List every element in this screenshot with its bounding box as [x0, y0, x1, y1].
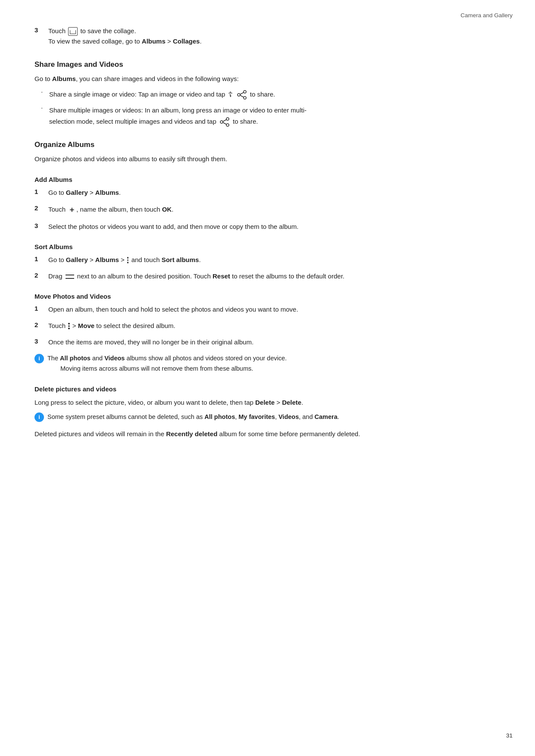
- add-step-num-1: 1: [34, 187, 48, 195]
- sort-albums-heading: Sort Albums: [34, 243, 500, 250]
- share-svg-1: [236, 90, 247, 100]
- add-step-num-3: 3: [34, 222, 48, 229]
- save-collage-icon: [68, 27, 78, 36]
- plus-icon: ＋: [68, 204, 75, 216]
- add-step-body-2: Touch ＋, name the album, then touch OK.: [48, 204, 500, 216]
- info-icon-2: i: [34, 412, 44, 422]
- move-step-num-3: 3: [34, 337, 48, 345]
- share-icon-1: ☦: [228, 91, 233, 98]
- bullet-text-1: Share a single image or video: Tap an im…: [49, 89, 500, 100]
- step3-text3: To view the saved collage, go to Albums …: [48, 37, 202, 45]
- sort-step-2: 2 Drag next to an album to the desired p…: [34, 271, 500, 281]
- page-header: Camera and Gallery: [460, 12, 513, 19]
- add-step-body-3: Select the photos or videos you want to …: [48, 222, 500, 232]
- move-step-body-2: Touch > Move to select the desired album…: [48, 321, 500, 331]
- delete-heading-text: Delete pictures and videos: [34, 385, 116, 393]
- sort-step-body-2: Drag next to an album to the desired pos…: [48, 271, 500, 281]
- delete-info-text: Some system preset albums cannot be dele…: [47, 412, 500, 422]
- svg-line-4: [240, 95, 244, 97]
- move-step-3: 3 Once the items are moved, they will no…: [34, 337, 500, 347]
- svg-point-7: [220, 121, 223, 123]
- add-albums-heading-text: Add Albums: [34, 176, 72, 183]
- move-step-1: 1 Open an album, then touch and hold to …: [34, 304, 500, 315]
- svg-point-5: [226, 118, 229, 120]
- svg-point-1: [244, 97, 246, 99]
- delete-info-box: i Some system preset albums cannot be de…: [34, 412, 500, 422]
- add-step-3: 3 Select the photos or videos you want t…: [34, 222, 500, 232]
- sort-step-num-2: 2: [34, 271, 48, 279]
- move-step-2: 2 Touch > Move to select the desired alb…: [34, 321, 500, 331]
- sort-step-body-1: Go to Gallery > Albums > and touch Sort …: [48, 255, 500, 265]
- sort-albums-heading-text: Sort Albums: [34, 243, 73, 250]
- main-content: 3 Touch to save the collage. To view the…: [34, 26, 500, 439]
- organize-section-heading: Organize Albums: [34, 141, 500, 149]
- svg-point-0: [244, 91, 246, 93]
- organize-intro-text: Organize photos and videos into albums t…: [34, 153, 500, 165]
- delete-body-text: Long press to select the picture, video,…: [34, 397, 500, 408]
- more-icon-sort: [127, 256, 129, 264]
- bullet-single-share: • Share a single image or video: Tap an …: [41, 89, 500, 100]
- move-step-body-1: Open an album, then touch and hold to se…: [48, 304, 500, 315]
- move-heading: Move Photos and Videos: [34, 293, 500, 300]
- bullet-multi-share: • Share multiple images or videos: In an…: [41, 105, 500, 127]
- add-step-1: 1 Go to Gallery > Albums.: [34, 187, 500, 198]
- add-step-num-2: 2: [34, 204, 48, 212]
- add-albums-heading: Add Albums: [34, 176, 500, 183]
- add-step-body-1: Go to Gallery > Albums.: [48, 187, 500, 198]
- page-number: 31: [506, 732, 513, 739]
- sort-step-num-1: 1: [34, 255, 48, 262]
- sort-step-1: 1 Go to Gallery > Albums > and touch Sor…: [34, 255, 500, 265]
- step3-text1: Touch: [48, 27, 67, 34]
- svg-line-3: [240, 92, 244, 94]
- info-icon-1: i: [34, 354, 44, 363]
- share-heading-text: Share Images and Videos: [34, 60, 123, 69]
- move-step-num-1: 1: [34, 304, 48, 312]
- page-number-text: 31: [506, 732, 513, 739]
- drag-icon: [66, 275, 74, 279]
- share-intro-text: Go to Albums, you can share images and v…: [34, 73, 500, 84]
- step-3-body: Touch to save the collage. To view the s…: [48, 26, 500, 47]
- share-bullets: • Share a single image or video: Tap an …: [41, 89, 500, 127]
- share-svg-2: [219, 117, 230, 127]
- bullet-dot-1: •: [41, 89, 49, 95]
- step-number-3: 3: [34, 26, 48, 34]
- bullet-dot-2: •: [41, 105, 49, 111]
- move-heading-text: Move Photos and Videos: [34, 293, 111, 300]
- move-info-box: i The All photos and Videos albums show …: [34, 353, 500, 374]
- more-icon-move: [68, 322, 70, 330]
- svg-line-8: [223, 119, 226, 122]
- step3-text2: to save the collage.: [80, 27, 136, 34]
- move-step-body-3: Once the items are moved, they will no l…: [48, 337, 500, 347]
- organize-heading-text: Organize Albums: [34, 141, 94, 149]
- delete-heading: Delete pictures and videos: [34, 385, 500, 393]
- svg-point-6: [226, 124, 229, 126]
- svg-line-9: [223, 122, 226, 125]
- deleted-body-text: Deleted pictures and videos will remain …: [34, 428, 500, 440]
- step-3-save: 3 Touch to save the collage. To view the…: [34, 26, 500, 47]
- move-step-num-2: 2: [34, 321, 48, 328]
- header-title: Camera and Gallery: [460, 12, 513, 19]
- svg-point-2: [238, 94, 240, 96]
- move-info-indent: Moving items across albums will not remo…: [60, 365, 253, 372]
- add-step-2: 2 Touch ＋, name the album, then touch OK…: [34, 204, 500, 216]
- move-info-text: The All photos and Videos albums show al…: [47, 353, 500, 374]
- bullet-text-2: Share multiple images or videos: In an a…: [49, 105, 500, 127]
- share-section-heading: Share Images and Videos: [34, 60, 500, 69]
